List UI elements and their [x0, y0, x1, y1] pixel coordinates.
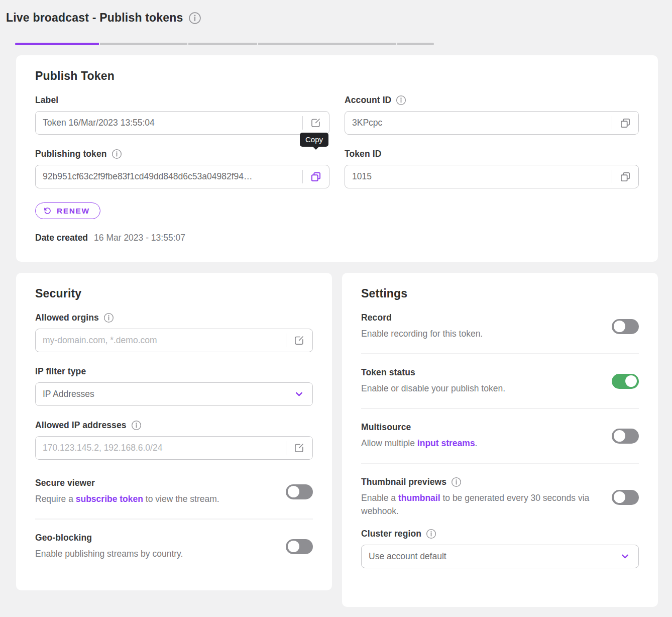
- record-title: Record: [361, 313, 392, 323]
- info-icon[interactable]: [131, 420, 142, 431]
- multisource-row: Multisource Allow multiple input streams…: [361, 422, 639, 450]
- copy-icon[interactable]: [302, 165, 329, 188]
- label-field-label: Label: [35, 95, 58, 106]
- info-icon[interactable]: [111, 149, 122, 159]
- account-id-field: Account ID: [345, 95, 639, 135]
- thumbnail-previews-toggle[interactable]: [612, 490, 639, 505]
- edit-icon[interactable]: [286, 329, 312, 352]
- token-status-title: Token status: [361, 367, 415, 378]
- cluster-region-field: Cluster region Use account default: [361, 529, 639, 568]
- cluster-region-label: Cluster region: [361, 529, 421, 539]
- divider: [361, 408, 639, 409]
- security-card: Security Allowed orgins IP filter type I…: [16, 273, 332, 590]
- multisource-toggle[interactable]: [612, 429, 639, 444]
- ip-filter-type-label: IP filter type: [35, 366, 86, 377]
- info-icon[interactable]: [103, 313, 114, 323]
- allowed-ip-input[interactable]: [36, 437, 286, 459]
- publishing-token-field: Publishing token Copy: [35, 149, 329, 188]
- date-created-row: Date created 16 Mar 2023 - 13:55:07: [35, 233, 329, 243]
- date-created-label: Date created: [35, 233, 88, 243]
- geo-blocking-toggle[interactable]: [286, 539, 313, 554]
- progress-segment-active: [15, 43, 99, 45]
- info-icon[interactable]: [396, 95, 406, 106]
- progress-segment: [397, 43, 434, 45]
- progress-segment: [258, 43, 396, 45]
- publishing-token-label: Publishing token: [35, 149, 107, 159]
- chevron-down-icon: [620, 551, 630, 562]
- secure-viewer-desc: Require a subscribe token to view the st…: [35, 492, 276, 505]
- geo-blocking-desc: Enable publishing streams by country.: [35, 547, 276, 560]
- settings-card: Settings Record Enable recording for thi…: [342, 273, 658, 607]
- progress-segment: [188, 43, 257, 45]
- token-id-input[interactable]: [345, 165, 612, 188]
- label-input[interactable]: [36, 112, 302, 134]
- token-id-field: Token ID: [345, 149, 639, 188]
- account-id-label: Account ID: [345, 95, 391, 106]
- token-status-toggle[interactable]: [612, 374, 639, 389]
- copy-tooltip: Copy: [300, 133, 328, 147]
- ip-filter-type-select[interactable]: IP Addresses: [35, 382, 313, 406]
- token-status-desc: Enable or disable your publish token.: [361, 382, 602, 395]
- record-desc: Enable recording for this token.: [361, 327, 602, 340]
- publish-token-card: Publish Token Label: [16, 55, 658, 262]
- publishing-token-input[interactable]: [36, 165, 302, 188]
- subscribe-token-link[interactable]: subscribe token: [76, 494, 143, 504]
- cluster-region-value: Use account default: [369, 551, 620, 562]
- info-icon[interactable]: [188, 12, 201, 25]
- account-id-input[interactable]: [345, 112, 612, 134]
- allowed-ip-field: Allowed IP addresses: [35, 420, 313, 460]
- label-field: Label: [35, 95, 329, 135]
- geo-blocking-row: Geo-blocking Enable publishing streams b…: [35, 533, 313, 560]
- secure-viewer-title: Secure viewer: [35, 478, 95, 488]
- allowed-origins-field: Allowed orgins: [35, 313, 313, 352]
- card-heading: Security: [35, 287, 313, 300]
- allowed-ip-label: Allowed IP addresses: [35, 420, 127, 431]
- progress-segment: [100, 43, 187, 45]
- thumbnail-previews-desc: Enable a thumbnail to be generated every…: [361, 491, 602, 518]
- chevron-down-icon: [294, 389, 304, 399]
- copy-icon[interactable]: [612, 165, 638, 188]
- page-title: Live broadcast - Publish tokens: [6, 11, 183, 25]
- multisource-desc: Allow multiple input streams.: [361, 437, 602, 450]
- record-row: Record Enable recording for this token.: [361, 313, 639, 340]
- divider: [361, 463, 639, 464]
- secure-viewer-toggle[interactable]: [286, 484, 313, 499]
- divider: [35, 519, 313, 520]
- thumbnail-link[interactable]: thumbnail: [398, 493, 440, 503]
- allowed-origins-input[interactable]: [36, 329, 286, 352]
- renew-label: RENEW: [57, 207, 90, 216]
- tab-progress-bar: [15, 43, 434, 45]
- token-id-label: Token ID: [345, 149, 381, 159]
- allowed-origins-label: Allowed orgins: [35, 313, 99, 323]
- thumbnail-previews-row: Thumbnail previews Enable a thumbnail to…: [361, 477, 639, 518]
- edit-icon[interactable]: [302, 112, 329, 134]
- info-icon[interactable]: [426, 529, 436, 539]
- divider: [361, 353, 639, 354]
- input-streams-link[interactable]: input streams: [417, 438, 475, 448]
- record-toggle[interactable]: [612, 319, 639, 334]
- renew-icon: [43, 206, 52, 216]
- cluster-region-select[interactable]: Use account default: [361, 545, 639, 568]
- geo-blocking-title: Geo-blocking: [35, 533, 92, 543]
- copy-icon[interactable]: [612, 112, 638, 134]
- secure-viewer-row: Secure viewer Require a subscribe token …: [35, 478, 313, 505]
- info-icon[interactable]: [451, 477, 462, 487]
- ip-filter-type-value: IP Addresses: [43, 389, 294, 399]
- card-heading: Publish Token: [35, 69, 639, 83]
- thumbnail-previews-title: Thumbnail previews: [361, 477, 446, 487]
- page-header: Live broadcast - Publish tokens: [6, 11, 201, 25]
- edit-icon[interactable]: [286, 437, 312, 459]
- card-heading: Settings: [361, 287, 639, 300]
- multisource-title: Multisource: [361, 422, 411, 433]
- ip-filter-type-field: IP filter type IP Addresses: [35, 366, 313, 406]
- renew-button[interactable]: RENEW: [35, 202, 100, 219]
- date-created-value: 16 Mar 2023 - 13:55:07: [94, 233, 185, 243]
- token-status-row: Token status Enable or disable your publ…: [361, 367, 639, 395]
